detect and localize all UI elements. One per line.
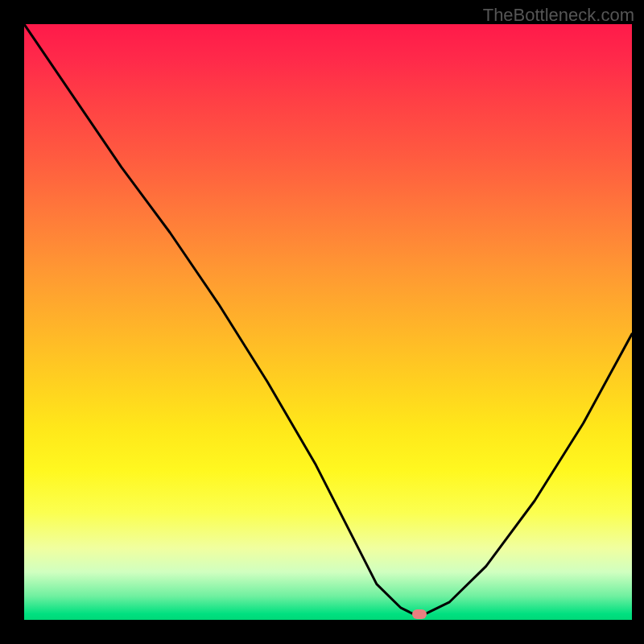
bottleneck-curve: [24, 24, 632, 620]
watermark-text: TheBottleneck.com: [483, 5, 634, 26]
optimum-marker: [412, 609, 427, 619]
plot-area: [24, 24, 632, 620]
